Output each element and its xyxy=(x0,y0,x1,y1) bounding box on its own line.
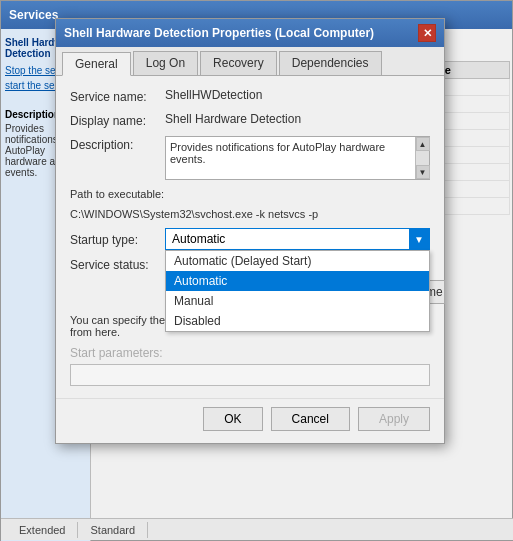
dialog-footer: OK Cancel Apply xyxy=(56,398,444,443)
display-name-row: Display name: Shell Hardware Detection xyxy=(70,112,430,128)
cancel-button[interactable]: Cancel xyxy=(271,407,350,431)
tab-recovery[interactable]: Recovery xyxy=(200,51,277,75)
apply-button[interactable]: Apply xyxy=(358,407,430,431)
bg-title: Services xyxy=(9,8,58,22)
statusbar-tab-extended[interactable]: Extended xyxy=(7,522,78,538)
service-name-label: Service name: xyxy=(70,88,165,104)
startup-type-row: Startup type: Automatic ▼ Automatic (Del… xyxy=(70,228,430,250)
description-row: Description: Provides notifications for … xyxy=(70,136,430,180)
startup-dropdown-list: Automatic (Delayed Start) Automatic Manu… xyxy=(165,250,430,332)
startup-type-select[interactable]: Automatic ▼ xyxy=(165,228,430,250)
description-text: Provides notifications for AutoPlay hard… xyxy=(170,141,425,165)
dropdown-item-disabled[interactable]: Disabled xyxy=(166,311,429,331)
ok-button[interactable]: OK xyxy=(203,407,262,431)
service-status-label: Service status: xyxy=(70,258,165,272)
path-section: Path to executable: C:\WINDOWS\System32\… xyxy=(70,188,430,220)
tab-dependencies[interactable]: Dependencies xyxy=(279,51,382,75)
display-name-label: Display name: xyxy=(70,112,165,128)
dropdown-item-manual[interactable]: Manual xyxy=(166,291,429,311)
dialog-tabs: General Log On Recovery Dependencies xyxy=(56,47,444,76)
statusbar: Extended Standard xyxy=(1,518,513,540)
scroll-down-arrow[interactable]: ▼ xyxy=(416,165,430,179)
dialog-titlebar: Shell Hardware Detection Properties (Loc… xyxy=(56,19,444,47)
params-section: Start parameters: xyxy=(70,346,430,386)
startup-type-current: Automatic xyxy=(172,232,423,246)
dropdown-item-delayed[interactable]: Automatic (Delayed Start) xyxy=(166,251,429,271)
dialog-title: Shell Hardware Detection Properties (Loc… xyxy=(64,26,374,40)
close-button[interactable]: ✕ xyxy=(418,24,436,42)
path-value: C:\WINDOWS\System32\svchost.exe -k netsv… xyxy=(70,208,430,220)
dropdown-arrow-icon[interactable]: ▼ xyxy=(409,229,429,249)
startup-type-select-wrapper: Automatic ▼ Automatic (Delayed Start) Au… xyxy=(165,228,430,250)
dropdown-item-automatic[interactable]: Automatic xyxy=(166,271,429,291)
params-input[interactable] xyxy=(70,364,430,386)
properties-dialog: Shell Hardware Detection Properties (Loc… xyxy=(55,18,445,444)
path-label: Path to executable: xyxy=(70,188,430,200)
display-name-value: Shell Hardware Detection xyxy=(165,112,430,126)
tab-logon[interactable]: Log On xyxy=(133,51,198,75)
service-name-value: ShellHWDetection xyxy=(165,88,430,102)
description-box[interactable]: Provides notifications for AutoPlay hard… xyxy=(165,136,430,180)
service-name-row: Service name: ShellHWDetection xyxy=(70,88,430,104)
params-label: Start parameters: xyxy=(70,346,430,360)
startup-type-label: Startup type: xyxy=(70,231,165,247)
scroll-up-arrow[interactable]: ▲ xyxy=(416,137,430,151)
description-label: Description: xyxy=(70,136,165,152)
tab-general[interactable]: General xyxy=(62,52,131,76)
dialog-body: Service name: ShellHWDetection Display n… xyxy=(56,76,444,398)
scrollbar-track: ▲ ▼ xyxy=(415,137,429,179)
statusbar-tab-standard[interactable]: Standard xyxy=(78,522,148,538)
